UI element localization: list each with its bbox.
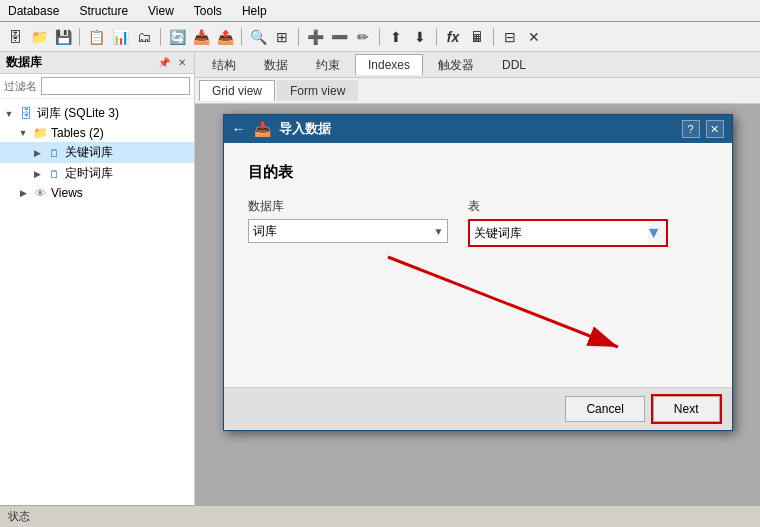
red-arrow-annotation <box>308 247 708 367</box>
toolbar-refresh-btn[interactable]: 🔄 <box>166 26 188 48</box>
table-select-arrow: ▼ <box>646 224 662 242</box>
modal-footer: Cancel Next <box>224 387 732 430</box>
menu-bar: Database Structure View Tools Help <box>0 0 760 22</box>
filter-input[interactable] <box>41 77 190 95</box>
tab-ddl[interactable]: DDL <box>489 54 539 75</box>
toolbar-edit-btn[interactable]: ✏ <box>352 26 374 48</box>
toolbar-down-btn[interactable]: ⬇ <box>409 26 431 48</box>
toolbar: 🗄 📁 💾 📋 📊 🗂 🔄 📥 📤 🔍 ⊞ ➕ ➖ ✏ ⬆ ⬇ fx 🖩 ⊟ ✕ <box>0 22 760 52</box>
modal-title-icon: 📥 <box>254 121 271 137</box>
modal-title-left: ← 📥 导入数据 <box>232 120 331 138</box>
annotation-area <box>248 247 708 367</box>
toolbar-data-btn[interactable]: 📊 <box>109 26 131 48</box>
toolbar-open-btn[interactable]: 📁 <box>28 26 50 48</box>
sub-tab-grid[interactable]: Grid view <box>199 80 275 101</box>
table-field-wrapper: 关键词库 ▼ <box>468 219 668 247</box>
panel-header-actions: 📌 ✕ <box>156 57 188 68</box>
main-layout: 数据库 📌 ✕ 过滤名 ▼ 🗄 词库 (SQLite 3) ▼ 📁 Tables… <box>0 52 760 505</box>
tree-root[interactable]: ▼ 🗄 词库 (SQLite 3) <box>0 103 194 124</box>
tree-views-node[interactable]: ▶ 👁 Views <box>0 184 194 202</box>
tab-constraints[interactable]: 约束 <box>303 53 353 77</box>
toolbar-db-btn[interactable]: 🗄 <box>4 26 26 48</box>
modal-overlay: ← 📥 导入数据 ? ✕ 目的表 <box>195 104 760 505</box>
content-area: ← 📥 导入数据 ? ✕ 目的表 <box>195 104 760 505</box>
tree-tables-node[interactable]: ▼ 📁 Tables (2) <box>0 124 194 142</box>
toolbar-structure-btn[interactable]: 📋 <box>85 26 107 48</box>
status-bar: 状态 <box>0 505 760 527</box>
toolbar-calc-btn[interactable]: 🖩 <box>466 26 488 48</box>
table-select[interactable]: 关键词库 <box>470 221 648 245</box>
menu-view[interactable]: View <box>144 2 178 20</box>
tree-table1[interactable]: ▶ 🗒 关键词库 <box>0 142 194 163</box>
tree-root-label: 词库 (SQLite 3) <box>37 105 119 122</box>
cancel-button[interactable]: Cancel <box>565 396 644 422</box>
modal-body: 目的表 数据库 词库 ▼ <box>224 143 732 387</box>
tree-toggle-tables[interactable]: ▼ <box>16 126 30 140</box>
panel-header: 数据库 📌 ✕ <box>0 52 194 74</box>
modal-window-controls: ? ✕ <box>682 120 724 138</box>
table2-icon: 🗒 <box>46 167 62 181</box>
tree-table1-label: 关键词库 <box>65 144 113 161</box>
db-label: 数据库 <box>248 198 448 215</box>
toolbar-table-btn[interactable]: 🗂 <box>133 26 155 48</box>
next-btn-wrapper: Next <box>653 396 720 422</box>
sub-tab-form[interactable]: Form view <box>277 80 358 101</box>
table-label: 表 <box>468 198 668 215</box>
svg-line-1 <box>388 257 618 347</box>
tables-folder-icon: 📁 <box>32 126 48 140</box>
tab-indexes[interactable]: Indexes <box>355 54 423 75</box>
sub-tab-bar: Grid view Form view <box>195 78 760 104</box>
tree-toggle-table1[interactable]: ▶ <box>30 146 44 160</box>
menu-structure[interactable]: Structure <box>75 2 132 20</box>
panel-close-btn[interactable]: ✕ <box>176 57 188 68</box>
tab-triggers[interactable]: 触发器 <box>425 53 487 77</box>
table-select-wrapper: 关键词库 ▼ <box>470 221 666 245</box>
modal-title-text: 导入数据 <box>279 120 331 138</box>
main-tab-bar: 结构 数据 约束 Indexes 触发器 DDL <box>195 52 760 78</box>
tree-toggle-table2[interactable]: ▶ <box>30 167 44 181</box>
toolbar-plus-btn[interactable]: ➕ <box>304 26 326 48</box>
panel-title: 数据库 <box>6 54 42 71</box>
toolbar-search-btn[interactable]: 🔍 <box>247 26 269 48</box>
toolbar-grid-btn[interactable]: ⊞ <box>271 26 293 48</box>
tab-structure[interactable]: 结构 <box>199 53 249 77</box>
tree-table2-label: 定时词库 <box>65 165 113 182</box>
filter-label: 过滤名 <box>4 79 37 94</box>
tree-views-label: Views <box>51 186 83 200</box>
filter-row: 过滤名 <box>0 74 194 99</box>
views-icon: 👁 <box>32 186 48 200</box>
import-dialog: ← 📥 导入数据 ? ✕ 目的表 <box>223 114 733 431</box>
tree-tables-label: Tables (2) <box>51 126 104 140</box>
tree-toggle-views[interactable]: ▶ <box>16 186 30 200</box>
toolbar-close-btn[interactable]: ✕ <box>523 26 545 48</box>
toolbar-grid2-btn[interactable]: ⊟ <box>499 26 521 48</box>
menu-tools[interactable]: Tools <box>190 2 226 20</box>
right-content: 结构 数据 约束 Indexes 触发器 DDL Grid view Form … <box>195 52 760 505</box>
panel-pin-btn[interactable]: 📌 <box>156 57 172 68</box>
next-button[interactable]: Next <box>653 396 720 422</box>
modal-help-btn[interactable]: ? <box>682 120 700 138</box>
db-select-wrapper: 词库 ▼ <box>248 219 448 243</box>
tab-data[interactable]: 数据 <box>251 53 301 77</box>
tree-table2[interactable]: ▶ 🗒 定时词库 <box>0 163 194 184</box>
tree-toggle-root[interactable]: ▼ <box>2 107 16 121</box>
toolbar-import-btn[interactable]: 📥 <box>190 26 212 48</box>
toolbar-fx-btn[interactable]: fx <box>442 26 464 48</box>
toolbar-export-btn[interactable]: 📤 <box>214 26 236 48</box>
form-row: 数据库 词库 ▼ 表 <box>248 198 708 247</box>
db-icon: 🗄 <box>18 107 34 121</box>
left-panel: 数据库 📌 ✕ 过滤名 ▼ 🗄 词库 (SQLite 3) ▼ 📁 Tables… <box>0 52 195 505</box>
toolbar-up-btn[interactable]: ⬆ <box>385 26 407 48</box>
menu-help[interactable]: Help <box>238 2 271 20</box>
db-select[interactable]: 词库 <box>248 219 448 243</box>
toolbar-minus-btn[interactable]: ➖ <box>328 26 350 48</box>
status-text: 状态 <box>8 509 30 524</box>
modal-titlebar: ← 📥 导入数据 ? ✕ <box>224 115 732 143</box>
modal-back-btn[interactable]: ← <box>232 121 246 137</box>
toolbar-save-btn[interactable]: 💾 <box>52 26 74 48</box>
menu-database[interactable]: Database <box>4 2 63 20</box>
table1-icon: 🗒 <box>46 146 62 160</box>
form-group-db: 数据库 词库 ▼ <box>248 198 448 243</box>
modal-close-btn[interactable]: ✕ <box>706 120 724 138</box>
modal-section-title: 目的表 <box>248 163 708 182</box>
